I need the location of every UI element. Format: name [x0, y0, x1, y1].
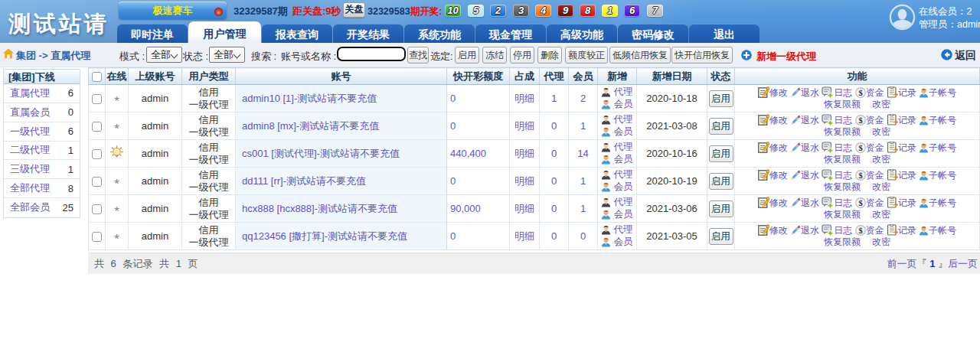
svg-text:$: $: [858, 227, 862, 235]
svg-text:$: $: [858, 89, 862, 97]
svg-text:$: $: [858, 199, 862, 207]
svg-text:$: $: [858, 116, 862, 125]
svg-text:$: $: [858, 171, 862, 180]
svg-text:$: $: [858, 144, 862, 152]
